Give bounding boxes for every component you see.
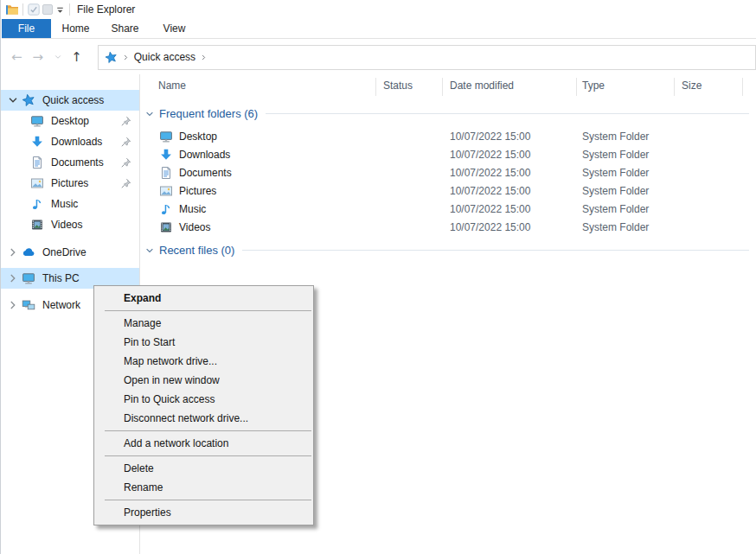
file-type: System Folder bbox=[582, 149, 684, 161]
chevron-right-icon[interactable] bbox=[7, 246, 19, 258]
pin-icon bbox=[120, 157, 131, 169]
this-pc-monitor-icon bbox=[22, 271, 35, 285]
pictures-icon bbox=[159, 184, 173, 198]
file-name: Documents bbox=[179, 167, 232, 179]
music-icon bbox=[159, 202, 173, 216]
menu-item-expand[interactable]: Expand bbox=[94, 289, 313, 308]
group-header-label: Frequent folders (6) bbox=[159, 107, 258, 120]
recent-locations-dropdown-icon[interactable] bbox=[54, 53, 62, 61]
file-row-documents[interactable]: Documents 10/07/2022 15:00 System Folder bbox=[159, 163, 684, 181]
group-header-frequent-folders[interactable]: Frequent folders (6) bbox=[144, 107, 749, 120]
menu-item-map-network-drive[interactable]: Map network drive... bbox=[94, 352, 313, 371]
file-name: Videos bbox=[179, 221, 210, 233]
menu-item-add-a-network-location[interactable]: Add a network location bbox=[94, 434, 313, 453]
file-date-modified: 10/07/2022 15:00 bbox=[450, 221, 582, 233]
file-explorer-logo-icon[interactable] bbox=[5, 3, 19, 16]
menu-item-pin-to-start[interactable]: Pin to Start bbox=[94, 333, 313, 352]
music-icon bbox=[30, 197, 44, 211]
ribbon-tab-bar: File Home Share View bbox=[2, 19, 756, 39]
documents-icon bbox=[159, 166, 173, 180]
file-date-modified: 10/07/2022 15:00 bbox=[450, 203, 582, 215]
column-header-date-modified[interactable]: Date modified bbox=[450, 80, 514, 93]
breadcrumb-chevron-icon[interactable] bbox=[200, 54, 208, 61]
menu-item-rename[interactable]: Rename bbox=[94, 478, 313, 497]
tab-share[interactable]: Share bbox=[100, 19, 150, 38]
navigation-bar: ← → ↑ Quick access bbox=[1, 40, 756, 74]
menu-item-open-in-new-window[interactable]: Open in new window bbox=[94, 371, 313, 390]
qat-new-folder-icon[interactable] bbox=[41, 3, 54, 16]
menu-item-properties[interactable]: Properties bbox=[94, 503, 313, 522]
forward-arrow-icon[interactable]: → bbox=[33, 51, 44, 64]
file-row-downloads[interactable]: Downloads 10/07/2022 15:00 System Folder bbox=[159, 145, 684, 163]
pin-icon bbox=[120, 178, 131, 189]
column-header-status[interactable]: Status bbox=[383, 80, 413, 93]
sidebar-item-music[interactable]: Music bbox=[1, 194, 139, 214]
sidebar-item-label: Pictures bbox=[51, 177, 88, 189]
pin-icon bbox=[120, 116, 131, 127]
breadcrumb-location[interactable]: Quick access bbox=[134, 51, 195, 63]
file-type: System Folder bbox=[582, 131, 684, 143]
breadcrumb-chevron-icon[interactable] bbox=[122, 54, 130, 61]
sidebar-item-quick-access[interactable]: Quick access bbox=[1, 90, 139, 111]
sidebar-item-onedrive[interactable]: OneDrive bbox=[1, 242, 139, 263]
sidebar-item-label: Documents bbox=[51, 156, 104, 169]
sidebar-item-documents[interactable]: Documents bbox=[1, 152, 139, 173]
videos-icon bbox=[30, 218, 44, 232]
sidebar-item-desktop[interactable]: Desktop bbox=[1, 111, 139, 131]
file-type: System Folder bbox=[582, 167, 684, 179]
file-explorer-window: File Explorer File Home Share View ← → ↑… bbox=[0, 0, 756, 554]
address-bar[interactable]: Quick access bbox=[98, 45, 756, 70]
quick-access-star-icon[interactable] bbox=[105, 51, 118, 64]
file-name: Downloads bbox=[179, 149, 230, 161]
column-divider[interactable] bbox=[576, 78, 577, 96]
chevron-down-icon[interactable] bbox=[144, 109, 155, 119]
file-row-music[interactable]: Music 10/07/2022 15:00 System Folder bbox=[159, 200, 684, 218]
qat-customize-dropdown-icon[interactable] bbox=[54, 4, 66, 16]
tab-home[interactable]: Home bbox=[51, 19, 100, 38]
column-header-size[interactable]: Size bbox=[682, 80, 702, 93]
menu-item-pin-to-quick-access[interactable]: Pin to Quick access bbox=[94, 390, 313, 409]
qat-properties-icon[interactable] bbox=[27, 3, 41, 16]
sidebar-item-label: Downloads bbox=[51, 136, 102, 148]
column-header-name[interactable]: Name bbox=[158, 80, 186, 93]
column-divider[interactable] bbox=[375, 78, 376, 96]
sidebar-item-downloads[interactable]: Downloads bbox=[1, 131, 139, 152]
up-arrow-icon[interactable]: ↑ bbox=[71, 51, 82, 64]
column-header-type[interactable]: Type bbox=[582, 80, 605, 93]
tab-view[interactable]: View bbox=[150, 19, 199, 38]
menu-item-manage[interactable]: Manage bbox=[94, 314, 313, 333]
pin-icon bbox=[120, 137, 131, 148]
sidebar-item-label: Desktop bbox=[51, 115, 89, 127]
group-header-rule bbox=[266, 113, 749, 114]
sidebar-item-label: OneDrive bbox=[42, 246, 86, 258]
file-row-pictures[interactable]: Pictures 10/07/2022 15:00 System Folder bbox=[159, 181, 684, 200]
window-title: File Explorer bbox=[77, 3, 135, 16]
chevron-right-icon[interactable] bbox=[7, 299, 19, 311]
chevron-down-icon[interactable] bbox=[7, 94, 19, 106]
file-date-modified: 10/07/2022 15:00 bbox=[450, 185, 582, 197]
file-date-modified: 10/07/2022 15:00 bbox=[450, 149, 582, 161]
desktop-icon bbox=[159, 130, 173, 143]
downloads-icon bbox=[30, 135, 44, 149]
onedrive-cloud-icon bbox=[22, 245, 35, 259]
column-divider[interactable] bbox=[674, 78, 675, 96]
tab-file[interactable]: File bbox=[2, 19, 51, 38]
menu-item-delete[interactable]: Delete bbox=[94, 459, 313, 478]
column-divider[interactable] bbox=[742, 78, 743, 96]
file-type: System Folder bbox=[582, 185, 684, 197]
menu-separator bbox=[105, 455, 311, 456]
file-row-videos[interactable]: Videos 10/07/2022 15:00 System Folder bbox=[159, 218, 684, 236]
group-header-recent-files[interactable]: Recent files (0) bbox=[144, 244, 749, 257]
back-arrow-icon[interactable]: ← bbox=[11, 51, 22, 64]
chevron-down-icon[interactable] bbox=[144, 245, 155, 256]
sidebar-item-videos[interactable]: Videos bbox=[1, 214, 139, 235]
chevron-right-icon[interactable] bbox=[7, 272, 19, 284]
videos-icon bbox=[159, 220, 173, 234]
file-type: System Folder bbox=[582, 203, 684, 215]
file-name: Pictures bbox=[179, 185, 216, 197]
sidebar-item-pictures[interactable]: Pictures bbox=[1, 173, 139, 194]
file-row-desktop[interactable]: Desktop 10/07/2022 15:00 System Folder bbox=[159, 127, 684, 145]
column-divider[interactable] bbox=[442, 78, 443, 96]
menu-item-disconnect-network-drive[interactable]: Disconnect network drive... bbox=[94, 409, 313, 428]
network-icon bbox=[22, 298, 35, 312]
